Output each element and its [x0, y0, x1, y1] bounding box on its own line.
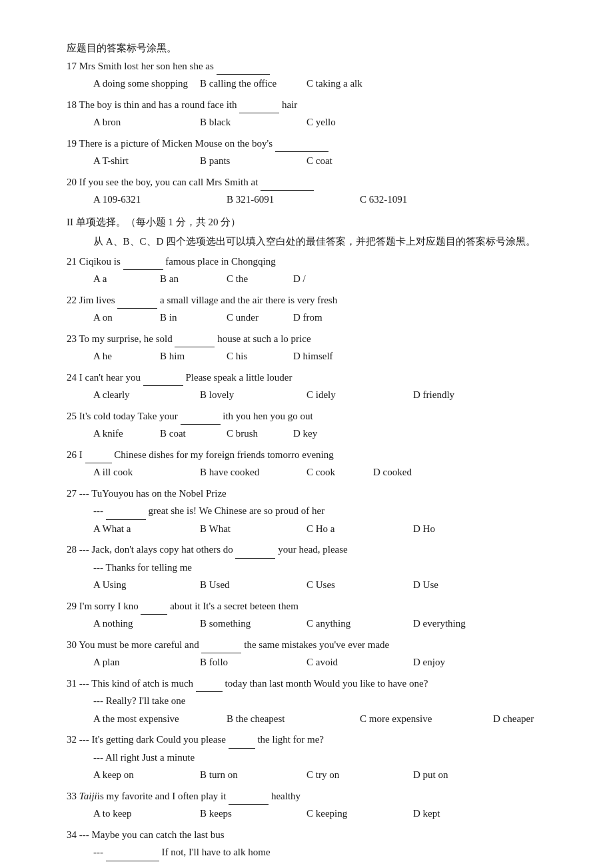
question-31: 31 --- This kind of atch is much today t… — [67, 675, 560, 728]
q30-blank — [201, 653, 241, 653]
q19-options: A T-shirt B pants C coat — [67, 153, 560, 170]
q32-stem: 32 --- It's getting dark Could you pleas… — [67, 731, 560, 749]
q24-blank — [143, 385, 183, 386]
q33-italic: Taiji — [79, 791, 97, 801]
question-26: 26 I Chinese dishes for my foreign frien… — [67, 447, 560, 481]
q32-option-d: D put on — [413, 767, 520, 784]
q27-option-c: C Ho a — [306, 521, 413, 538]
q17-blank — [217, 74, 270, 75]
q31-blank — [196, 691, 223, 692]
q23-option-d: D himself — [293, 348, 360, 365]
q21-stem: 21 Ciqikou is famous place in Chongqing — [67, 253, 560, 271]
section-2-instruction: 从 A、B、C、D 四个选项选出可以填入空白处的最佳答案，并把答题卡上对应题目的… — [67, 233, 560, 251]
q25-stem: 25 It's cold today Take your ith you hen… — [67, 408, 560, 425]
q18-stem: 18 The boy is thin and has a round face … — [67, 97, 560, 114]
page-content: 应题目的答案标号涂黑。 17 Mrs Smith lost her son he… — [67, 40, 560, 861]
q23-options: A he B him C his D himself — [67, 348, 560, 365]
q23-stem: 23 To my surprise, he sold house at such… — [67, 331, 560, 348]
q33-option-a: A to keep — [93, 805, 200, 823]
q29-options: A nothing B something C anything D every… — [67, 615, 560, 633]
q25-options: A knife B coat C brush D key — [67, 425, 560, 443]
q21-option-c: C the — [227, 271, 293, 288]
q26-option-b: B have cooked — [200, 464, 306, 481]
q29-option-c: C anything — [306, 615, 413, 633]
q24-option-b: B lovely — [200, 387, 306, 404]
q27-options: A What a B What C Ho a D Ho — [67, 521, 560, 538]
q20-option-c: C 632-1091 — [360, 191, 493, 209]
q32-blank — [229, 748, 255, 749]
q24-option-c: C idely — [306, 387, 413, 404]
q23-option-c: C his — [227, 348, 293, 365]
q22-option-c: C under — [227, 309, 293, 327]
question-32: 32 --- It's getting dark Could you pleas… — [67, 731, 560, 784]
q17-options: A doing some shopping B calling the offi… — [67, 75, 560, 93]
q25-blank — [181, 424, 221, 425]
q27-stem: 27 --- TuYouyou has on the Nobel Prize — [67, 485, 560, 503]
q33-option-d: D kept — [413, 805, 520, 823]
question-20: 20 If you see the boy, you can call Mrs … — [67, 174, 560, 209]
q21-options: A a B an C the D / — [67, 271, 560, 288]
q32-dialog: --- All right Just a minute — [67, 749, 560, 767]
q29-option-d: D everything — [413, 615, 520, 633]
section-2-header: II 单项选择。（每小题 1 分，共 20 分） — [67, 214, 560, 231]
q22-blank — [117, 308, 157, 309]
q31-dialog: --- Really? I'll take one — [67, 693, 560, 710]
q26-options: A ill cook B have cooked C cook D cooked — [67, 464, 560, 481]
q21-option-a: A a — [93, 271, 160, 288]
question-17: 17 Mrs Smith lost her son hen she as A d… — [67, 58, 560, 93]
q19-blank — [275, 151, 328, 152]
question-28: 28 --- Jack, don't alays copy hat others… — [67, 541, 560, 594]
intro-line: 应题目的答案标号涂黑。 — [67, 40, 560, 57]
q25-option-d: D key — [293, 425, 360, 443]
q20-option-b: B 321-6091 — [227, 191, 360, 209]
q26-blank — [85, 463, 112, 463]
q28-option-d: D Use — [413, 577, 520, 594]
q30-option-b: B follo — [200, 654, 306, 671]
q17-option-c: C taking a alk — [306, 75, 413, 93]
q17-option-b: B calling the office — [200, 75, 306, 93]
q30-options: A plan B follo C avoid D enjoy — [67, 654, 560, 671]
q21-option-d: D / — [293, 271, 360, 288]
question-25: 25 It's cold today Take your ith you hen… — [67, 408, 560, 443]
q27-option-d: D Ho — [413, 521, 520, 538]
q24-options: A clearly B lovely C idely D friendly — [67, 387, 560, 404]
q26-option-a: A ill cook — [93, 464, 200, 481]
question-19: 19 There is a picture of Micken Mouse on… — [67, 135, 560, 170]
question-24: 24 I can't hear you Please speak a littl… — [67, 369, 560, 404]
q28-option-a: A Using — [93, 577, 200, 594]
q32-option-c: C try on — [306, 767, 413, 784]
q30-option-d: D enjoy — [413, 654, 520, 671]
q27-option-b: B What — [200, 521, 306, 538]
q21-option-b: B an — [160, 271, 227, 288]
q34-blank — [106, 861, 159, 861]
q31-option-c: C more expensive — [360, 711, 493, 728]
q31-option-b: B the cheapest — [227, 711, 360, 728]
q20-stem: 20 If you see the boy, you can call Mrs … — [67, 174, 560, 191]
q33-option-c: C keeping — [306, 805, 413, 823]
q34-dialog: --- If not, I'll have to alk home — [67, 844, 560, 861]
q29-stem: 29 I'm sorry I kno about it It's a secre… — [67, 598, 560, 615]
question-23: 23 To my surprise, he sold house at such… — [67, 331, 560, 365]
q33-blank — [229, 804, 269, 805]
q30-stem: 30 You must be more careful and the same… — [67, 637, 560, 654]
q28-stem: 28 --- Jack, don't alays copy hat others… — [67, 541, 560, 559]
q26-option-d: D cooked — [373, 464, 440, 481]
q32-option-b: B turn on — [200, 767, 306, 784]
q25-option-c: C brush — [227, 425, 293, 443]
section-2-title: II 单项选择。（每小题 1 分，共 20 分） — [67, 214, 560, 231]
q24-option-a: A clearly — [93, 387, 200, 404]
q25-option-a: A knife — [93, 425, 160, 443]
q24-stem: 24 I can't hear you Please speak a littl… — [67, 369, 560, 387]
q34-stem: 34 --- Maybe you can catch the last bus — [67, 827, 560, 844]
q28-option-c: C Uses — [306, 577, 413, 594]
question-18: 18 The boy is thin and has a round face … — [67, 97, 560, 131]
q22-stem: 22 Jim lives a small village and the air… — [67, 292, 560, 309]
q24-option-d: D friendly — [413, 387, 520, 404]
q20-options: A 109-6321 B 321-6091 C 632-1091 — [67, 191, 560, 209]
q33-option-b: B keeps — [200, 805, 306, 823]
q18-option-b: B black — [200, 114, 306, 131]
q30-option-a: A plan — [93, 654, 200, 671]
q27-option-a: A What a — [93, 521, 200, 538]
q17-option-a: A doing some shopping — [93, 75, 200, 93]
q28-dialog: --- Thanks for telling me — [67, 559, 560, 577]
